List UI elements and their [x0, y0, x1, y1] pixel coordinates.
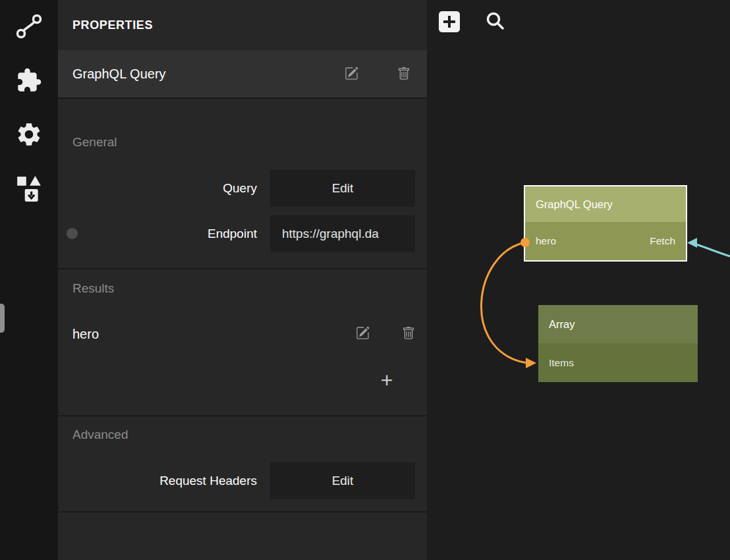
request-headers-label: Request Headers [58, 462, 257, 499]
result-row-hero[interactable]: hero [58, 316, 427, 352]
node-port-row: hero Fetch [525, 222, 686, 260]
node-canvas[interactable]: GraphQL Query hero Fetch Array Items [427, 0, 730, 560]
node-graphql-query[interactable]: GraphQL Query hero Fetch [524, 185, 687, 262]
trash-icon [402, 327, 415, 342]
connection-hero-to-items[interactable] [481, 242, 527, 363]
connection-fetch-incoming[interactable] [694, 244, 730, 256]
sidebar-item-nodes[interactable] [0, 0, 58, 54]
endpoint-label: Endpoint [58, 215, 257, 252]
rename-node-button[interactable] [341, 65, 361, 84]
section-divider [58, 511, 427, 513]
search-icon [485, 24, 506, 34]
port-hero[interactable]: hero [536, 235, 556, 247]
result-name: hero [72, 327, 99, 342]
node-title[interactable]: Array [538, 305, 698, 343]
search-button[interactable] [484, 11, 507, 33]
selected-node-row[interactable]: GraphQL Query [58, 50, 427, 99]
delete-result-button[interactable] [399, 324, 418, 344]
add-node-button[interactable] [439, 11, 460, 32]
edit-pencil-icon [356, 326, 370, 342]
node-port-row: Items [538, 343, 698, 382]
properties-panel: PROPERTIES GraphQL Query General Query E… [58, 0, 427, 560]
connections-layer [427, 0, 730, 560]
gear-icon [15, 121, 43, 150]
sidebar-item-settings[interactable] [0, 108, 58, 162]
port-items[interactable]: Items [549, 357, 574, 369]
properties-panel-title: PROPERTIES [58, 0, 427, 50]
edit-pencil-icon [345, 67, 358, 82]
node-title[interactable]: GraphQL Query [525, 186, 686, 222]
request-headers-edit-button[interactable]: Edit [270, 462, 415, 499]
node-array[interactable]: Array Items [538, 305, 698, 382]
node-graph-icon [14, 12, 43, 43]
connection-arrowhead [526, 358, 536, 368]
port-fetch[interactable]: Fetch [650, 235, 675, 247]
section-divider [58, 268, 427, 269]
sidebar-item-plugins[interactable] [0, 54, 58, 108]
endpoint-input[interactable]: https://graphql.da [270, 215, 415, 252]
collapsed-panel-handle[interactable] [0, 304, 5, 333]
query-edit-button[interactable]: Edit [270, 170, 415, 207]
section-title-advanced: Advanced [72, 428, 128, 442]
components-icon [16, 175, 42, 204]
section-title-results: Results [72, 281, 114, 296]
puzzle-icon [16, 67, 42, 96]
connection-arrowhead [687, 238, 697, 248]
section-title-general: General [72, 135, 117, 150]
sidebar-item-components[interactable] [0, 162, 58, 216]
selected-node-name: GraphQL Query [72, 67, 166, 82]
trash-icon [397, 67, 410, 82]
delete-node-button[interactable] [394, 65, 414, 84]
query-label: Query [58, 170, 257, 207]
section-divider [58, 415, 427, 416]
add-result-button[interactable]: + [373, 366, 401, 394]
edit-result-button[interactable] [352, 324, 372, 344]
activity-bar [0, 0, 58, 560]
